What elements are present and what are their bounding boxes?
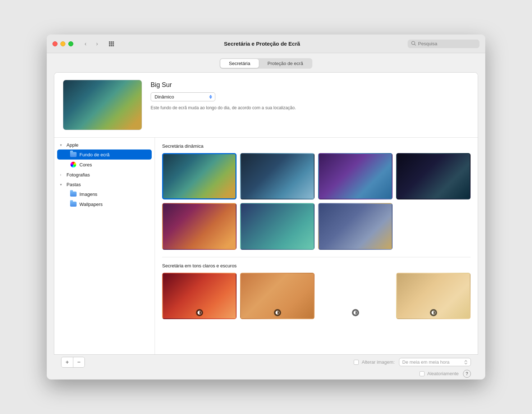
sidebar-item-wallpapers-label: Wallpapers <box>79 202 103 207</box>
ld-icon-3 <box>352 309 359 316</box>
svg-rect-7 <box>111 45 112 46</box>
chevron-down-icon: ▾ <box>60 143 64 147</box>
traffic-lights <box>52 41 73 46</box>
gallery-item-mojave-purple[interactable] <box>318 153 393 199</box>
help-button[interactable]: ? <box>463 370 471 378</box>
sidebar-item-desktop-label: Fundo de ecrã <box>79 152 110 157</box>
folder-icon <box>70 151 77 158</box>
chevron-down-icon-2: ▾ <box>60 183 64 187</box>
svg-rect-5 <box>113 43 114 45</box>
tabs-container: Secretária Proteção de ecrã <box>220 58 312 69</box>
main-content: Big Sur Dinâmico Este fundo de ecrã muda… <box>54 72 478 354</box>
sidebar-group-folders[interactable]: ▾ Pastas <box>54 180 155 189</box>
random-label: Aleatoriamente <box>427 371 459 376</box>
ld-icon-1 <box>196 309 203 316</box>
folder-icon-3 <box>70 201 77 207</box>
random-checkbox[interactable] <box>419 371 425 376</box>
close-button[interactable] <box>52 41 58 46</box>
svg-rect-4 <box>111 43 112 45</box>
folder-icon-2 <box>70 191 77 197</box>
svg-rect-6 <box>109 45 110 46</box>
minimize-button[interactable] <box>60 41 65 46</box>
sidebar-group-photos-label: Fotografias <box>66 172 90 178</box>
sidebar-group-folders-label: Pastas <box>66 182 81 187</box>
sidebar-item-desktop-pictures[interactable]: Fundo de ecrã <box>57 150 152 160</box>
svg-rect-0 <box>109 41 110 43</box>
sidebar-group-apple-label: Apple <box>66 142 78 148</box>
mode-dropdown[interactable]: Dinâmico <box>151 92 215 101</box>
sidebar-section-folders: ▾ Pastas Imagens Wallpapers <box>54 180 155 209</box>
gallery-area: Secretária dinâmica <box>155 138 478 354</box>
ld-icon-2 <box>274 309 281 316</box>
gallery-item-sunset-dunes[interactable] <box>162 203 237 249</box>
light-dark-section-title: Secretária em tons claros e escuros <box>162 263 471 268</box>
sidebar-item-images-label: Imagens <box>79 192 97 197</box>
svg-rect-2 <box>113 41 114 43</box>
svg-rect-1 <box>111 41 112 43</box>
sidebar-section-photos: › Fotografias <box>54 170 155 179</box>
maximize-button[interactable] <box>68 41 73 46</box>
window-title: Secretária e Proteção de Ecrã <box>121 41 403 47</box>
gallery-item-bigsur-coast[interactable] <box>240 153 315 199</box>
gallery-item-desert-cool[interactable] <box>396 273 471 319</box>
tab-screensaver[interactable]: Proteção de ecrã <box>259 59 312 68</box>
gallery-item-abstract-blue[interactable] <box>318 203 393 249</box>
tab-desktop[interactable]: Secretária <box>220 59 259 68</box>
sidebar: ▾ Apple Fundo de ecrã Cores <box>54 138 155 354</box>
preview-area: Big Sur Dinâmico Este fundo de ecrã muda… <box>54 73 478 137</box>
interval-value: De meia em meia hora <box>402 359 450 365</box>
sidebar-group-apple[interactable]: ▾ Apple <box>54 141 155 150</box>
wallpaper-title: Big Sur <box>151 81 296 89</box>
gallery-divider <box>162 257 471 257</box>
remove-folder-button[interactable]: − <box>73 357 84 367</box>
sidebar-item-wallpapers[interactable]: Wallpapers <box>57 199 152 209</box>
change-image-label: Alterar imagem: <box>362 359 395 365</box>
svg-rect-3 <box>109 43 110 45</box>
color-wheel-icon <box>70 161 77 168</box>
gallery-item-dark-abstract[interactable] <box>396 153 471 199</box>
dynamic-section-title: Secretária dinâmica <box>162 143 471 149</box>
sidebar-item-images[interactable]: Imagens <box>57 189 152 199</box>
back-button[interactable]: ‹ <box>81 39 91 49</box>
nav-buttons: ‹ › <box>81 39 102 49</box>
change-image-checkbox[interactable] <box>354 360 359 365</box>
tabs-area: Secretária Proteção de ecrã <box>47 53 485 72</box>
gallery-item-coastal-teal[interactable] <box>240 203 315 249</box>
preview-image <box>63 80 142 130</box>
sidebar-item-colors[interactable]: Cores <box>57 160 152 170</box>
add-folder-button[interactable]: + <box>61 357 73 367</box>
search-input[interactable] <box>418 41 472 46</box>
chevron-right-icon: › <box>60 173 64 177</box>
svg-line-10 <box>414 44 416 45</box>
window: ‹ › Secretária e Proteção de Ecrã <box>47 34 485 380</box>
apps-grid-button[interactable] <box>106 39 116 49</box>
gallery-item-dark-red[interactable] <box>162 273 237 319</box>
sidebar-item-colors-label: Cores <box>79 162 92 167</box>
dropdown-arrows <box>209 95 212 99</box>
gallery-item-bigsur-day[interactable] <box>162 153 237 199</box>
search-bar[interactable] <box>408 40 480 48</box>
bottom-bar: +−Alterar imagem:De meia em meia horaAle… <box>54 354 478 380</box>
sidebar-group-photos[interactable]: › Fotografias <box>54 170 155 179</box>
svg-rect-8 <box>113 45 114 46</box>
preview-image-wrap <box>63 80 142 130</box>
wallpaper-description: Este fundo de ecrã muda ao longo do dia,… <box>151 105 296 111</box>
search-icon <box>411 41 416 47</box>
dropdown-row: Dinâmico <box>151 92 296 101</box>
gallery-item-desert-light[interactable] <box>240 273 315 319</box>
titlebar: ‹ › Secretária e Proteção de Ecrã <box>47 34 485 53</box>
interval-dropdown[interactable]: De meia em meia hora <box>399 358 471 366</box>
forward-button[interactable]: › <box>92 39 102 49</box>
add-remove-buttons: +− <box>61 357 85 368</box>
preview-controls: Big Sur Dinâmico Este fundo de ecrã muda… <box>151 80 296 111</box>
ld-icon-4 <box>430 309 437 316</box>
gallery-item-stone-dark[interactable] <box>318 273 393 319</box>
split-area: ▾ Apple Fundo de ecrã Cores <box>54 137 478 354</box>
dropdown-value: Dinâmico <box>155 94 174 100</box>
sidebar-section-apple: ▾ Apple Fundo de ecrã Cores <box>54 141 155 170</box>
light-dark-gallery-grid <box>162 273 471 319</box>
dynamic-gallery-grid <box>162 153 471 250</box>
